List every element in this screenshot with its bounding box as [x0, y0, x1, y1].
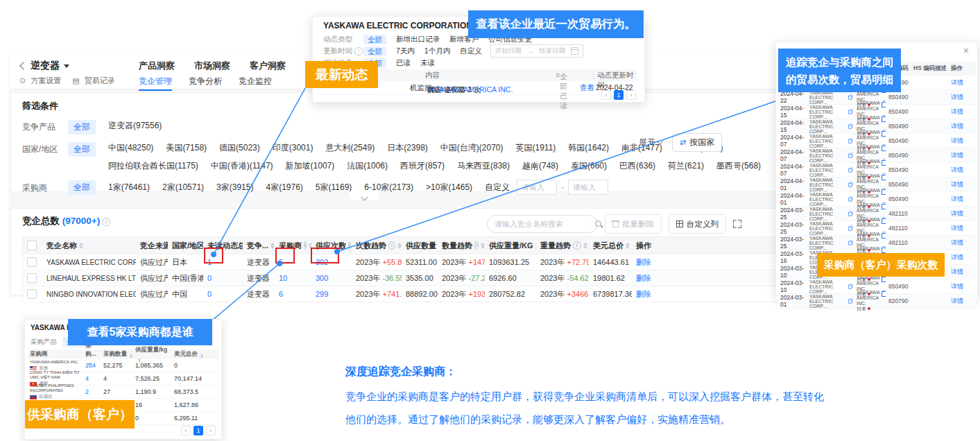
copy-icon[interactable] [848, 182, 852, 187]
sort-icon[interactable] [200, 354, 203, 358]
copy-icon[interactable] [882, 217, 886, 224]
filter-item[interactable]: 中国(香港)(1147) [211, 160, 273, 172]
filter-all-chip[interactable]: 全部 [363, 46, 386, 56]
detail-link[interactable]: 详情 [951, 254, 963, 261]
supply-cell[interactable]: 299 [311, 290, 352, 298]
copy-icon[interactable] [882, 246, 886, 253]
filter-item[interactable]: 3家(3915) [216, 182, 253, 193]
copy-icon[interactable] [848, 241, 852, 245]
delete-link[interactable]: 删除 [636, 273, 651, 284]
filter-item[interactable]: 德国(5023) [219, 142, 260, 154]
checkbox[interactable] [27, 273, 37, 283]
filter-item[interactable]: 未读 [420, 58, 435, 68]
op-cell[interactable]: 详情 [948, 93, 974, 102]
copy-icon[interactable] [882, 173, 886, 180]
op-cell[interactable]: 详情 [948, 239, 974, 248]
expand-toggle[interactable]: 展开 [639, 137, 662, 148]
sort-icon[interactable] [79, 243, 83, 249]
checkbox[interactable] [27, 241, 37, 250]
company-name-cell[interactable]: LINEHAUL EXPRESS HK LTD [42, 275, 136, 282]
next-page-button[interactable]: › [206, 426, 216, 435]
filter-item[interactable]: 逆变器(97556) [108, 120, 162, 132]
company-name-cell[interactable]: YASKAWA ELECTRIC CORPORATIO [42, 259, 136, 266]
filter-item[interactable]: 1个月内 [424, 46, 450, 56]
copy-icon[interactable] [848, 95, 852, 100]
filter-item[interactable]: 巴西(636) [619, 160, 655, 172]
subtab-竞争分析[interactable]: 竞争分析 [189, 76, 222, 91]
column-header[interactable]: 竞企名称 [42, 241, 136, 251]
buy-count[interactable]: 234 [85, 362, 96, 369]
search-box[interactable] [487, 215, 598, 233]
copy-icon[interactable] [848, 226, 852, 231]
detail-link[interactable]: 详情 [951, 268, 963, 275]
copy-icon[interactable] [882, 115, 886, 122]
batch-delete-button[interactable]: 批量删除 [605, 214, 662, 234]
buy-count[interactable]: 2 [85, 388, 89, 395]
column-header[interactable]: 采购数量 [101, 350, 133, 359]
detail-link[interactable]: 详情 [951, 79, 963, 86]
buy-count-cell[interactable]: 2 [83, 388, 101, 395]
copy-icon[interactable] [882, 188, 886, 195]
checkbox[interactable] [27, 289, 37, 299]
custom-columns-button[interactable]: 自定义列 [669, 214, 726, 234]
filter-item[interactable]: >10家(1465) [426, 182, 472, 193]
op-cell[interactable]: 详情 [948, 297, 974, 306]
back-icon[interactable] [19, 62, 27, 69]
filter-item[interactable]: 阿拉伯联合酋长国(1175) [108, 160, 198, 172]
buy-count-cell[interactable]: 234 [83, 362, 101, 369]
detail-link[interactable]: 详情 [951, 239, 963, 246]
filter-item[interactable]: 墨西哥(568) [716, 160, 761, 172]
search-input[interactable] [493, 219, 594, 229]
page-title[interactable]: 逆变器 [31, 60, 60, 72]
copy-icon[interactable] [882, 101, 886, 107]
unread-count[interactable]: 0 [207, 274, 212, 282]
view-link[interactable]: 查看 [580, 83, 594, 93]
range-min-input[interactable] [517, 180, 557, 195]
op-cell[interactable]: 详情 [948, 151, 974, 160]
column-header[interactable]: 次数趋势i [352, 241, 402, 251]
op-cell[interactable]: 详情 [948, 122, 974, 131]
copy-icon[interactable] [848, 168, 852, 173]
supply-count[interactable]: 300 [316, 274, 328, 282]
column-header[interactable]: 供应重量/KG [485, 241, 536, 251]
filter-item[interactable]: 法国(1006) [347, 160, 388, 172]
detail-link[interactable]: 详情 [951, 196, 963, 202]
copy-icon[interactable] [848, 299, 852, 304]
detail-link[interactable]: 详情 [951, 94, 963, 101]
filter-item[interactable]: 已读 [396, 58, 411, 68]
tab-客户洞察[interactable]: 客户洞察 [250, 60, 286, 76]
sort-icon[interactable] [130, 354, 132, 358]
detail-link[interactable]: 详情 [951, 283, 963, 290]
subtab-竞企管理[interactable]: 竞企管理 [139, 76, 172, 91]
column-header[interactable]: 重量趋势i [536, 241, 589, 251]
detail-link[interactable]: 详情 [951, 137, 963, 144]
tab-产品洞察[interactable]: 产品洞察 [139, 60, 175, 76]
copy-icon[interactable] [848, 153, 852, 158]
detail-link[interactable]: 详情 [951, 297, 963, 304]
copy-icon[interactable] [882, 130, 886, 137]
sort-icon[interactable] [583, 243, 587, 249]
copy-icon[interactable] [848, 197, 852, 202]
unread-count[interactable]: 0 [207, 290, 212, 298]
copy-icon[interactable] [848, 284, 852, 289]
op-cell[interactable]: 详情 [948, 224, 974, 233]
close-icon[interactable]: × [963, 45, 969, 56]
detail-link[interactable]: 详情 [951, 181, 963, 188]
range-max-input[interactable] [568, 180, 608, 195]
filter-item[interactable]: 新加坡(1007) [286, 160, 335, 172]
filter-all-chip[interactable]: 全部 [363, 35, 386, 44]
detail-link[interactable]: 详情 [951, 108, 963, 115]
copy-icon[interactable] [882, 290, 886, 297]
column-header[interactable]: 美元总价 [589, 241, 632, 251]
detail-link[interactable]: 详情 [951, 123, 963, 130]
filter-item[interactable]: 日本(2398) [387, 142, 428, 154]
unread-cell[interactable]: 0 [203, 290, 243, 298]
detail-link[interactable]: 详情 [951, 152, 963, 159]
op-cell[interactable]: 详情 [948, 107, 974, 116]
table-count[interactable]: (97000+) [62, 216, 100, 226]
buyers-cell[interactable]: 6 [275, 290, 311, 298]
trade-records-button[interactable]: ▤贸易记录 [72, 76, 114, 86]
filter-item[interactable]: 英国(1911) [516, 142, 556, 154]
delete-link[interactable]: 删除 [636, 257, 651, 268]
op-cell[interactable]: 删除 [632, 273, 679, 284]
